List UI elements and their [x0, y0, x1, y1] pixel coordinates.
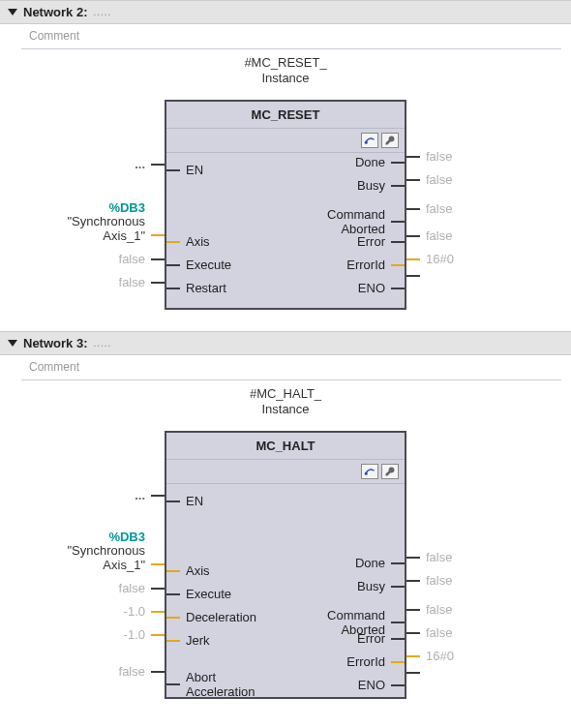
pin-output[interactable]: Error [351, 234, 405, 249]
ext-operand-left[interactable]: ... [129, 157, 165, 171]
pin-tick [166, 169, 180, 171]
ext-wire [406, 632, 420, 634]
network-header[interactable]: Network 3: ..... [0, 331, 571, 355]
instance-label: #MC_HALT_ Instance [0, 386, 571, 416]
collapse-icon[interactable] [8, 340, 17, 347]
pin-input[interactable]: Jerk [166, 633, 216, 648]
ext-operand-left[interactable]: ... [129, 488, 165, 502]
ext-wire [151, 258, 165, 260]
ext-operand-left[interactable]: -1.0 [118, 604, 165, 619]
ladder-canvas[interactable]: #MC_RESET_ InstanceMC_RESET EN Axis Exec… [0, 49, 571, 331]
pin-label: Done [349, 556, 391, 570]
svg-point-1 [365, 472, 368, 475]
pin-label: Busy [351, 178, 391, 193]
block-wrench-icon[interactable] [381, 464, 399, 479]
ext-wire [151, 563, 165, 565]
pin-input[interactable]: Axis [166, 563, 216, 578]
ext-operand-left[interactable]: %DB3 "Synchronous Axis_1" [62, 201, 165, 243]
ext-operand-left[interactable]: %DB3 "Synchronous Axis_1" [62, 531, 165, 572]
pin-input[interactable]: Execute [166, 258, 237, 272]
pin-output[interactable]: Busy [351, 579, 405, 593]
pin-output[interactable]: Busy [351, 178, 405, 193]
block-body: EN Axis Execute Restart Done Busy Comman… [166, 153, 405, 308]
block-icon-row [166, 460, 405, 484]
ext-wire [406, 580, 420, 582]
pin-output[interactable]: Command Aborted [321, 207, 405, 236]
pin-label: ErrorId [341, 258, 391, 272]
pin-input[interactable]: EN [166, 163, 209, 177]
pin-tick [166, 617, 180, 619]
ext-operand-right[interactable]: false [406, 149, 458, 164]
operand-symbol: %DB3 "Synchronous Axis_1" [62, 531, 152, 572]
pin-output[interactable]: Error [351, 631, 405, 646]
pin-input[interactable]: Deceleration [166, 610, 262, 624]
ext-wire [406, 258, 420, 260]
ladder-canvas[interactable]: #MC_HALT_ InstanceMC_HALT EN Axis Execut… [0, 380, 571, 720]
pin-tick [391, 622, 405, 623]
pin-label: Execute [180, 258, 237, 272]
pin-label: EN [180, 494, 209, 508]
ext-operand-right[interactable]: false [406, 201, 458, 216]
network-title: Network 3: [23, 336, 87, 350]
operand-value: false [420, 602, 458, 617]
rail-ellipsis: ... [129, 157, 151, 171]
block-icon-row [166, 129, 405, 153]
network-comment[interactable]: Comment [21, 26, 561, 49]
pin-tick [166, 593, 180, 595]
block-swoosh-icon[interactable] [361, 133, 378, 148]
ext-operand-right[interactable]: 16#0 [406, 649, 460, 663]
network-header[interactable]: Network 2: ..... [0, 0, 571, 24]
ext-operand-left[interactable]: false [113, 275, 165, 289]
pin-input[interactable]: EN [166, 494, 209, 508]
pin-input[interactable]: Execute [166, 587, 237, 601]
block-body: EN Axis Execute Deceleration Jerk Abort … [166, 484, 405, 697]
pin-tick [391, 162, 405, 164]
pin-tick [166, 640, 180, 642]
ext-operand-right[interactable] [406, 275, 432, 277]
instance-label: #MC_RESET_ Instance [0, 55, 571, 85]
ext-operand-right[interactable]: false [406, 550, 458, 564]
ext-wire [151, 234, 165, 236]
pin-output[interactable]: Done [349, 155, 405, 169]
ext-operand-left[interactable]: false [113, 664, 165, 679]
pin-tick [391, 241, 405, 243]
pin-input[interactable]: Axis [166, 234, 216, 249]
pin-output[interactable]: Done [349, 556, 405, 570]
ext-wire [151, 671, 165, 673]
operand-value: 16#0 [420, 252, 460, 266]
ext-operand-right[interactable]: false [406, 602, 458, 617]
ext-operand-right[interactable]: 16#0 [406, 252, 460, 266]
pin-input[interactable]: Abort Acceleration [166, 670, 261, 699]
pin-tick [166, 683, 180, 685]
block-wrench-icon[interactable] [381, 133, 399, 148]
ext-operand-right[interactable]: false [406, 228, 458, 243]
ext-operand-left[interactable]: false [113, 252, 165, 266]
function-block[interactable]: MC_HALT EN Axis Execute Deceleration Jer… [165, 431, 406, 699]
ext-operand-right[interactable]: false [406, 172, 458, 187]
operand-value: -1.0 [118, 627, 151, 642]
network-comment[interactable]: Comment [21, 357, 561, 380]
ext-operand-left[interactable]: -1.0 [118, 627, 165, 642]
ext-operand-left[interactable]: false [113, 581, 165, 595]
pin-tick [166, 264, 180, 266]
block-swoosh-icon[interactable] [361, 464, 378, 479]
function-block[interactable]: MC_RESET EN Axis Execute Restart Done Bu… [165, 100, 406, 310]
pin-tick [391, 562, 405, 564]
pin-output[interactable]: ENO [352, 678, 405, 692]
network-dots: ..... [93, 7, 111, 17]
ext-operand-right[interactable]: false [406, 573, 458, 588]
pin-label: Jerk [180, 633, 216, 648]
ext-operand-right[interactable]: false [406, 625, 458, 640]
ext-wire [406, 557, 420, 559]
ext-operand-right[interactable] [406, 672, 432, 674]
pin-output[interactable]: ErrorId [341, 654, 405, 669]
operand-value: false [113, 275, 151, 289]
ext-wire [151, 282, 165, 284]
pin-tick [166, 570, 180, 572]
pin-output[interactable]: ErrorId [341, 258, 405, 272]
collapse-icon[interactable] [8, 9, 17, 15]
ext-wire [151, 588, 165, 590]
ext-wire [406, 208, 420, 210]
pin-input[interactable]: Restart [166, 281, 232, 295]
pin-output[interactable]: ENO [352, 281, 405, 295]
